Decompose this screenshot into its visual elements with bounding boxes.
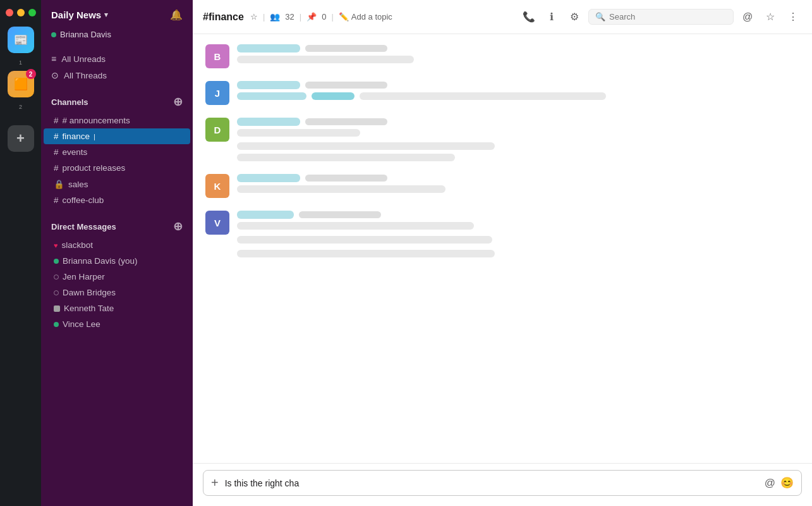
message-row-2: J: [205, 81, 799, 105]
slackbot-heart-icon: ♥: [54, 242, 58, 249]
more-icon[interactable]: ⋮: [784, 8, 802, 26]
message-3-content: [237, 118, 799, 161]
dm-label: Direct Messages: [51, 222, 116, 231]
skeleton-time-2: [305, 82, 387, 89]
avatar-1: B: [205, 44, 229, 68]
sidebar-item-coffee-club[interactable]: # coffee-club: [44, 192, 190, 208]
notifications-icon[interactable]: 🔔: [170, 9, 183, 21]
vince-status-dot: [54, 322, 59, 327]
dm-jen-harper[interactable]: Jen Harper: [44, 269, 190, 285]
skeleton-name-row-2: [237, 81, 799, 89]
sidebar-username: Brianna Davis: [60, 30, 111, 39]
message-input[interactable]: [225, 478, 758, 488]
skeleton-name-3: [237, 118, 300, 126]
skeleton-2b: [312, 92, 354, 100]
skeleton-name-row-1: [237, 44, 799, 52]
workspace-1-icon[interactable]: 📰: [8, 27, 34, 53]
skeleton-name-row-4: [237, 174, 799, 182]
at-mention-icon[interactable]: @: [765, 477, 775, 490]
dm-slackbot-label: slackbot: [62, 240, 94, 250]
add-attachment-icon[interactable]: +: [211, 476, 219, 490]
nav-section: ≡ All Unreads ⊙ All Threads: [41, 47, 193, 87]
dm-header[interactable]: Direct Messages ⊕: [41, 216, 193, 237]
workspace-1-label: 📰: [14, 33, 28, 47]
left-sidebar: Daily News ▾ 🔔 Brianna Davis ≡ All Unrea…: [41, 0, 193, 506]
separator-3: |: [331, 12, 333, 22]
sidebar-user: Brianna Davis: [41, 27, 193, 47]
dm-slackbot[interactable]: ♥ slackbot: [44, 237, 190, 253]
maximize-button[interactable]: [28, 9, 36, 16]
dm-dawn-bridges[interactable]: Dawn Bridges: [44, 285, 190, 300]
channel-name: #finance: [203, 11, 244, 22]
sidebar-item-sales[interactable]: 🔒 sales: [44, 176, 190, 192]
channel-header-right: 📞 ℹ ⚙ 🔍 @ ☆ ⋮: [520, 8, 802, 26]
channels-section: Channels ⊕ # # announcements # finance |…: [41, 87, 193, 212]
all-threads-item[interactable]: ⊙ All Threads: [41, 67, 193, 83]
dm-kenneth-tate[interactable]: Kenneth Tate: [44, 300, 190, 316]
all-threads-label: All Threads: [64, 71, 107, 80]
message-4-content: [237, 174, 799, 193]
message-1-content: [237, 44, 799, 63]
skeleton-name-5: [237, 211, 294, 219]
add-workspace-button[interactable]: +: [8, 125, 34, 152]
skeleton-3b: [237, 142, 495, 150]
message-input-box: + @ 😊: [203, 470, 802, 496]
channels-header[interactable]: Channels ⊕: [41, 91, 193, 113]
workspace-2-icon[interactable]: 🟧 2: [8, 71, 34, 97]
message-row-4: K: [205, 174, 799, 198]
search-bar[interactable]: 🔍: [588, 9, 734, 25]
kenneth-status-icon: [54, 305, 60, 312]
star-icon[interactable]: ☆: [250, 12, 258, 22]
skeleton-2a: [237, 92, 306, 100]
message-2-content: [237, 81, 799, 100]
skeleton-name-4: [237, 174, 300, 182]
hash-icon-product-releases: #: [54, 163, 59, 173]
skeleton-name-row-5: [237, 211, 799, 219]
sidebar-item-announcements[interactable]: # # announcements: [44, 113, 190, 128]
pins-count: 0: [322, 12, 326, 22]
at-icon[interactable]: @: [739, 8, 756, 26]
channels-label: Channels: [51, 97, 88, 107]
add-topic-button[interactable]: ✏️ Add a topic: [339, 12, 392, 22]
bookmark-icon[interactable]: ☆: [761, 8, 779, 26]
sidebar-item-finance[interactable]: # finance |: [44, 128, 190, 144]
pencil-icon: ✏️: [339, 12, 349, 22]
message-5-content: [237, 211, 799, 257]
search-input[interactable]: [609, 12, 727, 22]
dawn-status-dot: [54, 290, 59, 295]
minimize-button[interactable]: [17, 9, 25, 16]
jen-status-dot: [54, 275, 59, 280]
add-workspace-icon: +: [16, 130, 25, 147]
phone-icon[interactable]: 📞: [520, 8, 538, 26]
sidebar-item-events[interactable]: # events: [44, 144, 190, 160]
threads-icon: ⊙: [51, 70, 59, 80]
info-icon[interactable]: ℹ: [543, 8, 561, 26]
separator-2: |: [300, 12, 301, 22]
close-button[interactable]: [6, 9, 13, 16]
dm-brianna-davis[interactable]: Brianna Davis (you): [44, 253, 190, 269]
emoji-icon[interactable]: 😊: [780, 476, 794, 490]
avatar-4: K: [205, 174, 229, 198]
separator-1: |: [263, 12, 265, 22]
dm-vince-label: Vince Lee: [63, 319, 100, 329]
all-unreads-item[interactable]: ≡ All Unreads: [41, 51, 193, 67]
workspace-1-number: 1: [19, 59, 22, 66]
hash-icon-events: #: [54, 147, 59, 157]
settings-icon[interactable]: ⚙: [566, 8, 583, 26]
add-channel-icon[interactable]: ⊕: [173, 95, 183, 109]
members-icon: 👥: [270, 12, 280, 22]
skeleton-name-1: [237, 44, 300, 52]
workspace-name[interactable]: Daily News ▾: [51, 9, 108, 20]
sidebar-item-product-releases[interactable]: # product releases: [44, 160, 190, 176]
search-icon: 🔍: [595, 12, 605, 22]
skeleton-text-1a: [237, 56, 414, 63]
add-dm-icon[interactable]: ⊕: [173, 219, 183, 233]
skeleton-time-3: [305, 118, 387, 125]
dm-vince-lee[interactable]: Vince Lee: [44, 316, 190, 332]
window-controls: [6, 6, 36, 16]
channel-announcements-label: # announcements: [63, 116, 130, 125]
avatar-2-initial: J: [205, 81, 229, 105]
channel-meta: ☆ | 👥 32 | 📌 0 | ✏️ Add a topic: [250, 12, 392, 22]
brianna-status-dot: [54, 259, 59, 264]
workspace-2-badge: 2: [26, 69, 36, 79]
